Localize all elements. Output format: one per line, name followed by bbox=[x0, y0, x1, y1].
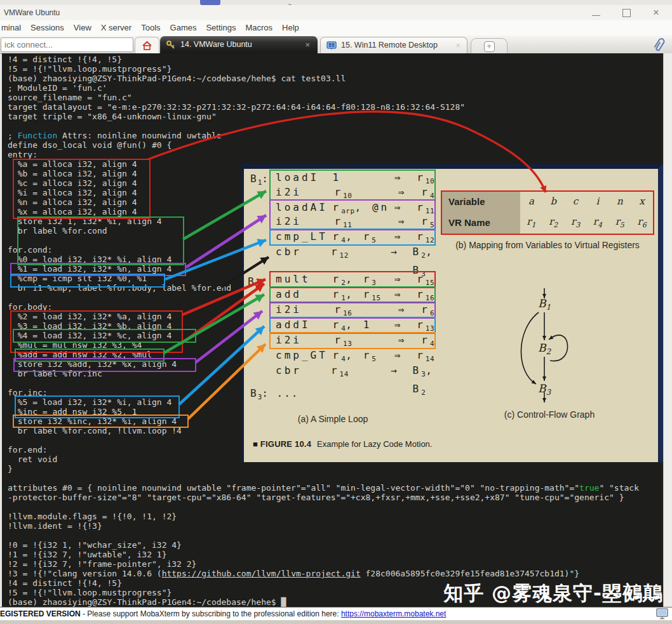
block-label-b3: B3: ... bbox=[250, 387, 299, 401]
table-cell: r4 bbox=[586, 211, 608, 234]
menu-item-settings[interactable]: Settings bbox=[206, 20, 236, 36]
status-text: - Please support MobaXterm by subscribin… bbox=[81, 609, 341, 618]
table-cell: i bbox=[586, 192, 608, 211]
minimize-button[interactable] bbox=[586, 5, 605, 20]
menu-item-view[interactable]: View bbox=[74, 20, 91, 36]
quick-connect-input[interactable] bbox=[1, 37, 133, 52]
taskbar-strip bbox=[0, 620, 672, 624]
annotation-box-blue: addIr4, 1⇒r13 bbox=[269, 317, 436, 334]
caption-a: (a) A Simple Loop bbox=[269, 414, 396, 424]
arrowhead bbox=[542, 398, 546, 402]
window-title: VMWare Ubuntu bbox=[4, 5, 60, 20]
tab-label: 14. VMWare Ubuntu bbox=[180, 36, 252, 53]
figure-caption-text: Example for Lazy Code Motion. bbox=[317, 439, 432, 449]
tab-close-icon[interactable]: × bbox=[455, 37, 460, 53]
terminal-line bbox=[8, 474, 663, 483]
tab-win11-remote-desktop[interactable]: 15. Win11 Remote Desktop × bbox=[320, 37, 467, 53]
annotation-box-purple: loadAIrarp, @n⇒r11i2ir11⇒r5 bbox=[269, 199, 436, 230]
scrollbar[interactable] bbox=[663, 53, 672, 607]
iloc-instruction: cbrr12→B2, B3 bbox=[271, 245, 434, 260]
tab-close-icon[interactable]: × bbox=[305, 36, 310, 53]
terminal-line bbox=[8, 531, 663, 540]
terminal-line: (base) zhaosiying@ZSY-ThinkPad-P1Gen4:~/… bbox=[8, 74, 663, 83]
iloc-instruction: i2ir10⇒r4 bbox=[271, 185, 434, 200]
iloc-row-group: cbrr12→B2, B3 bbox=[269, 244, 436, 261]
display-monitor-icon[interactable] bbox=[656, 608, 669, 623]
menu-item-games[interactable]: Games bbox=[170, 20, 197, 36]
terminal-line: !llvm.ident = !{!3} bbox=[8, 521, 663, 531]
caption-c: (c) Control-Flow Graph bbox=[492, 409, 607, 420]
terminal-line: } bbox=[8, 464, 663, 474]
terminal-line: !1 = !{i32 7, !"uwtable", i32 1} bbox=[8, 550, 663, 559]
iloc-row-group: cbrr14→B3, B2 bbox=[269, 362, 436, 380]
cfg-node-b1: B1 bbox=[530, 297, 558, 312]
annotation-box-green: addr1, r15⇒r16 bbox=[269, 286, 436, 303]
remote-desktop-icon bbox=[326, 41, 337, 53]
mobaxterm-window: VMWare Ubuntu × minalSessionsViewX serve… bbox=[0, 0, 672, 624]
terminal-line: !5 = !{!"llvm.loop.mustprogress"} bbox=[8, 64, 663, 74]
terminal-line: ; Function Attrs: noinline nounwind uwta… bbox=[8, 131, 663, 140]
table-cell: b bbox=[542, 192, 565, 211]
terminal-line: entry: bbox=[8, 150, 663, 159]
status-bar: EGISTERED VERSION - Please support MobaX… bbox=[0, 607, 672, 621]
terminal-line: attributes #0 = { noinline nounwind uwta… bbox=[8, 483, 663, 493]
new-tab-button[interactable]: + bbox=[471, 38, 507, 54]
menu-item-sessions[interactable]: Sessions bbox=[30, 20, 64, 36]
cfg-node-b2: B2 bbox=[530, 342, 558, 356]
iloc-instruction: addIr4, 1⇒r13 bbox=[271, 318, 434, 333]
annotation-box-mapping-table: VariableabcinxVR Namer1r2r3r4r5r6 bbox=[441, 190, 654, 235]
table-cell: r6 bbox=[631, 211, 653, 234]
menu-item-tools[interactable]: Tools bbox=[141, 20, 160, 36]
menu-item-help[interactable]: Help bbox=[282, 20, 299, 36]
terminal-line: ; ModuleID = 'fun.c' bbox=[8, 83, 663, 93]
iloc-instruction: i2ir16⇒r6 bbox=[271, 303, 434, 317]
arrowhead bbox=[542, 336, 546, 340]
annotation-box-blue: cmp_LTr4, r5⇒r12 bbox=[269, 229, 436, 246]
terminal-line: !4 = distinct !{!4, !5} bbox=[8, 55, 663, 64]
terminal-line bbox=[8, 121, 663, 131]
menu-item-macros[interactable]: Macros bbox=[245, 20, 272, 36]
terminal-line: target triple = "x86_64-unknown-linux-gn… bbox=[8, 112, 663, 121]
plus-icon: + bbox=[484, 41, 495, 52]
tab-vmware-ubuntu[interactable]: 14. VMWare Ubuntu × bbox=[160, 36, 318, 53]
session-key-icon bbox=[166, 40, 175, 52]
watermark: 知乎 @雾魂泉守-曌鵺鷏 bbox=[443, 580, 663, 607]
table-header: Variable bbox=[442, 192, 520, 211]
caption-b: (b) Mapping from Variables to Virtual Re… bbox=[440, 240, 655, 250]
arrowhead bbox=[549, 336, 553, 340]
background-window-icon bbox=[200, 0, 220, 5]
table-cell: r2 bbox=[542, 211, 565, 234]
annotation-box-purple: i2ir16⇒r6 bbox=[269, 302, 436, 319]
maximize-button[interactable] bbox=[617, 5, 636, 20]
terminal-line: !llvm.module.flags = !{!0, !1, !2} bbox=[8, 512, 663, 521]
terminal-line: target datalayout = "e-m:e-p270:32:32-p2… bbox=[8, 102, 663, 112]
table-cell: c bbox=[565, 192, 587, 211]
iloc-instruction: multr2, r3⇒r15 bbox=[271, 272, 434, 287]
terminal-line: source_filename = "fun.c" bbox=[8, 93, 663, 102]
table-cell: r5 bbox=[608, 211, 631, 234]
table-cell: r1 bbox=[520, 211, 542, 234]
iloc-block-b2: multr2, r3⇒r15addr1, r15⇒r16i2ir16⇒r6add… bbox=[269, 271, 436, 380]
iloc-block-b1: loadI1⇒r10i2ir10⇒r4loadAIrarp, @n⇒r11i2i… bbox=[269, 169, 436, 261]
home-button[interactable] bbox=[135, 37, 159, 54]
terminal-line: !0 = !{i32 1, !"wchar_size", i32 4} bbox=[8, 540, 663, 550]
cfg-node-b3: B3 bbox=[530, 382, 558, 397]
iloc-instruction: i2ir13⇒r4 bbox=[271, 333, 434, 348]
annotation-box-red: multr2, r3⇒r15 bbox=[269, 271, 436, 288]
iloc-instruction: loadI1⇒r10 bbox=[271, 171, 434, 185]
iloc-instruction: i2ir11⇒r5 bbox=[271, 215, 434, 229]
table-cell: r3 bbox=[565, 211, 587, 234]
table-cell: x bbox=[631, 192, 653, 211]
variable-register-table: VariableabcinxVR Namer1r2r3r4r5r6 bbox=[442, 192, 653, 234]
status-link[interactable]: https://mobaxterm.mobatek.net bbox=[341, 609, 446, 618]
menu-item-x-server[interactable]: X server bbox=[101, 20, 131, 36]
terminal-line: !3 = !{!"clang version 14.0.6 (https://g… bbox=[8, 569, 663, 578]
close-button[interactable]: × bbox=[647, 5, 666, 20]
tab-label: 15. Win11 Remote Desktop bbox=[341, 37, 438, 53]
terminal-line: -protector-buffer-size"="8" "target-cpu"… bbox=[8, 493, 663, 502]
toolbar: 14. VMWare Ubuntu × 15. Win11 Remote Des… bbox=[0, 36, 672, 54]
iloc-instruction: addr1, r15⇒r16 bbox=[271, 288, 434, 302]
menu-item-minal[interactable]: minal bbox=[1, 20, 21, 36]
menu-bar: minalSessionsViewX serverToolsGamesSetti… bbox=[0, 20, 672, 36]
figure-10-4: B1: loadI1⇒r10i2ir10⇒r4loadAIrarp, @n⇒r1… bbox=[241, 164, 663, 462]
